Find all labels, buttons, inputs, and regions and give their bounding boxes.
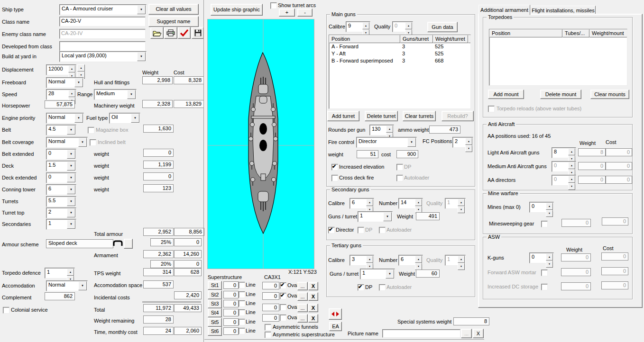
st6-button[interactable]: St6 bbox=[208, 327, 222, 336]
chevron-down-icon[interactable]: ▼ bbox=[407, 138, 416, 147]
deck-extended-select[interactable]: 0▼ bbox=[46, 172, 76, 183]
oval4-more-button[interactable]: ... bbox=[297, 314, 308, 323]
oval4-delete-button[interactable]: X bbox=[308, 314, 318, 323]
oval2-more-button[interactable]: ... bbox=[297, 292, 308, 301]
st5-line-checkbox[interactable] bbox=[239, 319, 245, 325]
spin-arrows-icon[interactable]: ▲▼ bbox=[362, 22, 369, 31]
delete-mount-button[interactable]: Delete mount bbox=[540, 90, 581, 99]
spin-arrows-icon[interactable]: ▲▼ bbox=[366, 199, 373, 208]
fire-control-select[interactable]: Director▼ bbox=[356, 137, 417, 148]
validate-button[interactable] bbox=[178, 27, 191, 39]
spin-arrows-icon[interactable]: ▲▼ bbox=[67, 269, 74, 278]
kguns-spinner[interactable]: 0 ▲▼ bbox=[529, 252, 554, 263]
oval4-checkbox[interactable] bbox=[280, 315, 286, 321]
suggest-name-button[interactable]: Suggest name bbox=[148, 16, 199, 27]
spin-arrows-icon[interactable]: ▲▼ bbox=[68, 65, 75, 74]
turret-row[interactable]: A - Forward 3 525 bbox=[329, 43, 470, 50]
turret-top-select[interactable]: 2▼ bbox=[46, 207, 76, 218]
st3-button[interactable]: St3 bbox=[208, 299, 222, 308]
speed-spinner[interactable]: 28 ▲▼ bbox=[46, 89, 76, 100]
spin-arrows-icon[interactable]: ▲▼ bbox=[568, 148, 575, 157]
chevron-down-icon[interactable]: ▼ bbox=[67, 150, 75, 159]
update-ship-graphic-button[interactable]: Update ship graphic bbox=[211, 4, 263, 16]
asymmetric-funnels-checkbox[interactable] bbox=[265, 324, 271, 331]
turret-row[interactable]: Y - Aft 3 525 bbox=[329, 50, 470, 57]
turret-list[interactable]: Position Guns/turret Weight/turret A - F… bbox=[329, 35, 471, 109]
oval1-more-button[interactable]: ... bbox=[297, 282, 308, 290]
medium-aa-spinner[interactable]: 0 ▲▼ bbox=[552, 161, 576, 172]
freeboard-select[interactable]: Normal▼ bbox=[46, 77, 84, 88]
chevron-down-icon[interactable]: ▼ bbox=[74, 78, 83, 87]
print-button[interactable] bbox=[164, 27, 177, 39]
turrets-armour-select[interactable]: 5.5▼ bbox=[46, 196, 76, 207]
chevron-down-icon[interactable]: ▼ bbox=[67, 162, 75, 171]
fuel-type-select[interactable]: Oil▼ bbox=[109, 113, 140, 124]
spin-arrows-icon[interactable]: ▲▼ bbox=[68, 90, 75, 99]
chevron-down-icon[interactable]: ▼ bbox=[67, 126, 75, 135]
st1-line-checkbox[interactable] bbox=[239, 282, 245, 288]
clear-all-values-button[interactable]: Clear all values bbox=[148, 4, 199, 15]
ship-type-select[interactable]: CA - Armoured cruiser▼ bbox=[59, 4, 147, 15]
chevron-down-icon[interactable]: ▼ bbox=[137, 52, 146, 61]
st4-button[interactable]: St4 bbox=[208, 308, 222, 317]
ter-guns-turret-select[interactable]: 1▼ bbox=[360, 269, 395, 279]
accomodation-select[interactable]: Normal▼ bbox=[46, 280, 88, 291]
oval3-checkbox[interactable] bbox=[280, 304, 286, 311]
add-turret-button[interactable]: Add turret bbox=[327, 111, 359, 121]
delete-turret-button[interactable]: Delete turret bbox=[365, 111, 398, 121]
fc-positions-spinner[interactable]: 2 ▲▼ bbox=[452, 137, 473, 148]
oval3-more-button[interactable]: ... bbox=[297, 304, 308, 312]
chevron-down-icon[interactable]: ▼ bbox=[67, 173, 75, 182]
mines-spinner[interactable]: 0 ▲▼ bbox=[529, 202, 554, 213]
st3-line-checkbox[interactable] bbox=[239, 300, 245, 307]
displacement-spinner[interactable]: 12000 ▲▼ bbox=[46, 64, 76, 75]
spin-arrows-icon[interactable]: ▲▼ bbox=[386, 126, 393, 135]
chevron-down-icon[interactable]: ▼ bbox=[67, 208, 75, 217]
main-calibre-spinner[interactable]: 9 ▲▼ bbox=[346, 21, 370, 32]
spin-arrows-icon[interactable]: ▲▼ bbox=[568, 176, 575, 185]
chevron-down-icon[interactable]: ▼ bbox=[386, 270, 394, 279]
col-weight-turret[interactable]: Weight/turret bbox=[433, 35, 468, 43]
spin-arrows-icon[interactable]: ▲▼ bbox=[415, 256, 422, 265]
sec-number-spinner[interactable]: 14 ▲▼ bbox=[398, 198, 423, 209]
deck-select[interactable]: 1.5▼ bbox=[46, 161, 76, 171]
col-guns-turret[interactable]: Guns/turret bbox=[400, 35, 433, 43]
magazine-box-checkbox[interactable] bbox=[88, 127, 94, 134]
chevron-down-icon[interactable]: ▼ bbox=[383, 212, 392, 221]
spin-arrows-icon[interactable]: ▲▼ bbox=[415, 199, 422, 208]
secondaries-armour-select[interactable]: 1▼ bbox=[46, 219, 76, 230]
developed-from-input[interactable] bbox=[59, 41, 146, 51]
belt-extended-select[interactable]: 0▼ bbox=[46, 149, 76, 160]
st5-button[interactable]: St5 bbox=[208, 318, 222, 327]
enemy-class-input[interactable]: CA-20-IV bbox=[59, 29, 146, 39]
main-quality-spinner[interactable]: 0 ▲▼ bbox=[392, 21, 413, 32]
ter-calibre-spinner[interactable]: 3 ▲▼ bbox=[350, 255, 374, 266]
chevron-down-icon[interactable]: ▼ bbox=[74, 114, 83, 123]
displacement-fine-spinner[interactable]: ▲▼ bbox=[77, 64, 85, 74]
tab-additional-armament[interactable]: Additional armament bbox=[478, 5, 530, 15]
build-yard-select[interactable]: Local yard (39,000)▼ bbox=[59, 51, 147, 62]
oval2-checkbox[interactable] bbox=[280, 293, 286, 299]
torpedo-mount-list[interactable]: Position Tubes/... Weight/mount bbox=[489, 29, 627, 86]
open-file-button[interactable] bbox=[150, 27, 164, 39]
spin-arrows-icon[interactable]: ▲▼ bbox=[546, 203, 553, 212]
colonial-service-checkbox[interactable] bbox=[3, 307, 9, 314]
zoom-out-button[interactable]: - bbox=[297, 9, 313, 17]
ter-number-spinner[interactable]: 6 ▲▼ bbox=[398, 255, 423, 266]
picture-clear-button[interactable]: X bbox=[473, 329, 484, 338]
gun-data-button[interactable]: Gun data bbox=[427, 22, 458, 32]
inclined-belt-checkbox[interactable] bbox=[90, 139, 96, 146]
oval3-delete-button[interactable]: X bbox=[308, 304, 318, 312]
col-tubes[interactable]: Tubes/... bbox=[562, 29, 589, 37]
st2-button[interactable]: St2 bbox=[208, 290, 222, 299]
cross-deck-fire-checkbox[interactable] bbox=[331, 175, 338, 181]
engine-priority-select[interactable]: Normal▼ bbox=[46, 113, 84, 124]
zoom-in-button[interactable]: + bbox=[279, 9, 295, 17]
increased-elevation-checkbox[interactable] bbox=[331, 164, 338, 171]
show-turret-arcs-checkbox[interactable] bbox=[270, 2, 277, 9]
chevron-down-icon[interactable]: ▼ bbox=[78, 281, 87, 290]
armour-scheme-button[interactable] bbox=[124, 239, 133, 249]
st6-line-checkbox[interactable] bbox=[239, 328, 245, 334]
ter-dp-checkbox[interactable] bbox=[358, 284, 364, 291]
transfer-button[interactable] bbox=[329, 308, 342, 320]
